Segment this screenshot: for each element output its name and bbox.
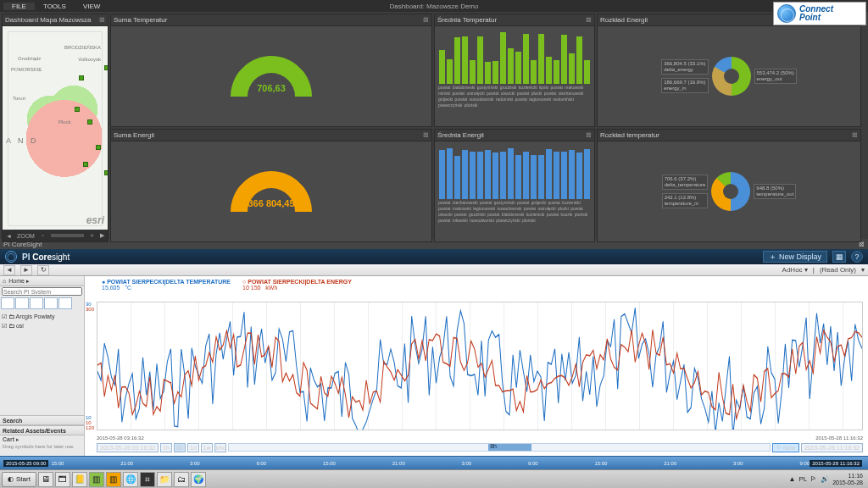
tray-icon[interactable]: 🏳	[810, 475, 817, 483]
adhoc-dropdown[interactable]: AdHoc ▾	[782, 266, 808, 274]
map-canvas[interactable]: WARMIŃSKO-MAZURSKIE POMORSKIE BRODZIEŃSK…	[3, 26, 108, 241]
range-1w-button[interactable]: 1w	[201, 443, 213, 452]
trend-tool-icon[interactable]	[1, 297, 14, 309]
taskbar-app-icon[interactable]: ▥	[106, 472, 121, 487]
map-marker[interactable]	[83, 162, 88, 167]
tray-icon[interactable]: ▲	[788, 475, 795, 483]
ruler-ticks: 15:0021:003:009:0015:0021:003:009:0015:0…	[51, 461, 810, 466]
range-slider[interactable]: 8h	[228, 443, 771, 452]
pie-callout: 242.1 (12.8%)temperature_in	[662, 193, 709, 208]
system-tray: ▲ PL 🏳 🔊 11:162015-05-28	[785, 473, 866, 486]
coresight-trend[interactable]: ● POWIAT SIERPECKI|DELTA TEMPERATURE15,6…	[85, 276, 868, 456]
taskbar-app-icon[interactable]: 🗔	[55, 472, 70, 487]
panel-close-icon[interactable]: ⊠	[99, 16, 105, 24]
start-button[interactable]: ◐ Start	[2, 472, 36, 487]
tray-icon[interactable]: 🔊	[821, 475, 829, 483]
symbol-toolbar	[0, 297, 84, 310]
taskbar-app-icon[interactable]: 🌍	[191, 472, 206, 487]
related-section[interactable]: Related Assets/Events	[0, 425, 84, 435]
panel-close-icon[interactable]: ⊠	[423, 131, 429, 139]
chevron-down-icon[interactable]: ▾	[861, 266, 865, 274]
gauge-tool-icon[interactable]	[30, 297, 43, 309]
value-tool-icon[interactable]	[15, 297, 29, 309]
tree-item[interactable]: ☑ 🗀 Arcgis Powiaty	[2, 312, 82, 321]
refresh-button[interactable]: ↻	[37, 265, 49, 275]
grid-view-button[interactable]: ▦	[832, 251, 846, 263]
pie-callout: 366,804.5 (33.1%)delta_energy	[661, 59, 708, 75]
bar-chart-temperatur	[435, 26, 594, 84]
range-1d-button[interactable]: 1d	[187, 443, 199, 452]
menu-bar: FILE TOOLS VIEW Dashboard: Mazowsze Demo	[0, 0, 868, 12]
range-1h-button[interactable]: 1h	[160, 443, 172, 452]
map-label: A N D	[6, 136, 39, 145]
panel-title: Rozkład Energii	[600, 16, 648, 24]
pie-chart-temperature	[711, 172, 750, 211]
clock[interactable]: 11:162015-05-28	[832, 473, 863, 486]
x-axis: 2015-05-28 03:16:322015-05-28 11:16:32	[97, 435, 863, 441]
panel-rozklad-temperatur: Rozkład temperatur⊠ 706.6 (37.2%)delta_t…	[597, 129, 861, 242]
range-8h-button[interactable]: 8h	[174, 443, 186, 452]
panel-close-icon[interactable]: ⊠	[852, 131, 858, 139]
trend-legend: ● POWIAT SIERPECKI|DELTA TEMPERATURE15,6…	[102, 279, 352, 291]
taskbar-app-icon[interactable]: ▥	[89, 472, 104, 487]
panel-srednia-energii: Średnia Energii⊠ powiat ciechanowski pow…	[434, 129, 595, 242]
now-button[interactable]: ↻ Now	[772, 443, 799, 452]
taskbar-app-icon[interactable]: ⌗	[140, 472, 155, 487]
coresight-header: ◯ PI PI CoresightCoresight ＋New Display …	[0, 249, 868, 264]
map-label: Toruń	[13, 96, 25, 101]
panel-srednia-temperatur: Średnia Temperatur⊠ powiat białobrzeski …	[434, 14, 595, 127]
map-marker[interactable]	[96, 145, 101, 150]
coresight-sidebar: ⌂Home ▸ ☑ 🗀 Arcgis Powiaty ☑ 🗀 osi Searc…	[0, 276, 85, 456]
taskbar-app-icon[interactable]: 📁	[157, 472, 172, 487]
taskbar-app-icon[interactable]: 🌐	[123, 472, 138, 487]
panel-title: Dashboard Mapa Mazowsza	[5, 16, 91, 24]
home-breadcrumb[interactable]: ⌂Home ▸	[0, 276, 84, 286]
lang-indicator[interactable]: PL	[798, 475, 807, 483]
search-section[interactable]: Search	[0, 415, 84, 425]
taskbar-app-icon[interactable]: 📒	[72, 472, 87, 487]
bar-labels: powiat białobrzeski gostyniński grodzisk…	[435, 84, 594, 118]
map-marker[interactable]	[75, 107, 80, 112]
panel-close-icon[interactable]: ⊠	[586, 16, 592, 24]
taskbar-app-icon[interactable]: 🗂	[174, 472, 189, 487]
pie-callout: 186,669.7 (16.9%)energy_in	[661, 78, 708, 93]
range-1mo-button[interactable]: 1mo	[214, 443, 226, 452]
new-display-button[interactable]: ＋New Display	[763, 251, 827, 263]
timeline-ruler[interactable]: 2015-05-25 09:00 15:0021:003:009:0015:00…	[0, 456, 868, 469]
bar-tool-icon[interactable]	[58, 297, 72, 309]
map-marker[interactable]	[87, 119, 92, 125]
pie-chart-energy	[712, 57, 751, 96]
panel-suma-temperatur: Suma Temperatur⊠ 706,63	[110, 14, 432, 127]
pie-callout: 948.8 (50%)temperature_out	[754, 184, 796, 199]
plot-area[interactable]	[97, 302, 863, 430]
menu-view[interactable]: VIEW	[75, 3, 108, 10]
gauge-suma-energii: 366 804,45	[231, 171, 312, 212]
panel-rozklad-energii: Rozkład Energii⊠ 366,804.5 (33.1%)delta_…	[597, 14, 861, 127]
tree-item[interactable]: ☑ 🗀 osi	[2, 321, 82, 330]
menu-tools[interactable]: TOOLS	[35, 3, 75, 10]
pie-callout: 553,474.2 (50%)energy_out	[754, 69, 797, 84]
pie-callout: 706.6 (37.2%)delta_temperature	[662, 175, 709, 190]
map-marker[interactable]	[104, 65, 108, 70]
map-label: Volkovysk	[78, 57, 101, 62]
panel-close-icon[interactable]: ⊠	[423, 16, 429, 24]
menu-file[interactable]: FILE	[3, 3, 35, 10]
panel-close-icon[interactable]: ⊠	[586, 131, 592, 139]
panel-suma-energii: Suma Energii⊠ 366 804,45	[110, 129, 432, 242]
range-start[interactable]: 2015-05-28 03:16:32	[97, 443, 159, 452]
map-marker[interactable]	[104, 170, 108, 175]
taskbar-app-icon[interactable]: 🖥	[38, 472, 53, 487]
range-end[interactable]: 2015-05-28 11:16:32	[801, 443, 863, 452]
panel-title: Rozkład temperatur	[600, 131, 659, 139]
globe-icon	[777, 4, 796, 23]
map-label: BRODZIEŃSKA	[64, 45, 101, 50]
help-button[interactable]: ?	[851, 251, 863, 263]
map-marker[interactable]	[79, 75, 84, 80]
panel-title: Suma Energii	[114, 131, 154, 139]
search-input[interactable]	[2, 287, 82, 296]
y-axis: 30 300 10 10 120	[85, 302, 97, 430]
forward-button[interactable]: ►	[20, 265, 32, 275]
table-tool-icon[interactable]	[44, 297, 58, 309]
panel-title: Średnia Temperatur	[437, 16, 497, 24]
back-button[interactable]: ◄	[3, 265, 15, 275]
